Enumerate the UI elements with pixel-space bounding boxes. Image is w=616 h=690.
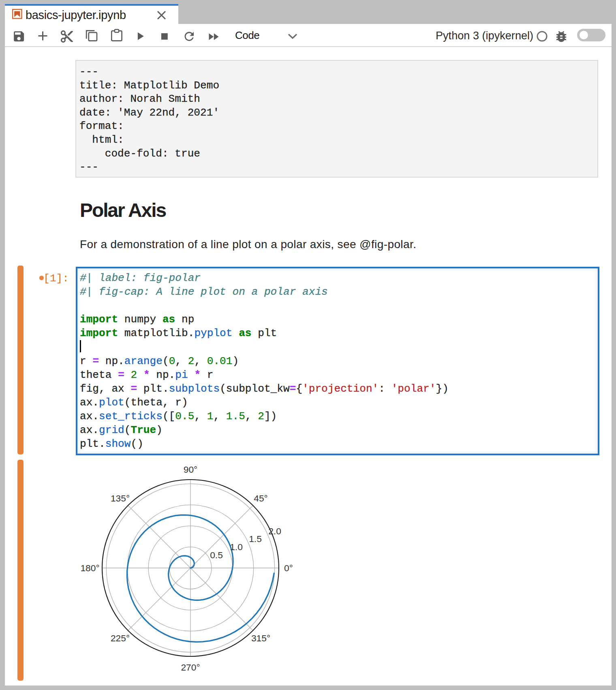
svg-text:270°: 270° <box>181 662 200 673</box>
svg-text:225°: 225° <box>111 633 130 643</box>
svg-text:1.5: 1.5 <box>249 534 262 544</box>
svg-text:2.0: 2.0 <box>268 526 281 536</box>
svg-text:45°: 45° <box>254 493 267 504</box>
svg-text:180°: 180° <box>80 563 99 573</box>
svg-text:315°: 315° <box>251 633 270 643</box>
svg-text:0.5: 0.5 <box>210 550 223 560</box>
svg-text:90°: 90° <box>184 464 197 475</box>
svg-text:135°: 135° <box>111 493 130 504</box>
svg-text:1.0: 1.0 <box>230 542 243 552</box>
svg-text:0°: 0° <box>284 563 293 573</box>
